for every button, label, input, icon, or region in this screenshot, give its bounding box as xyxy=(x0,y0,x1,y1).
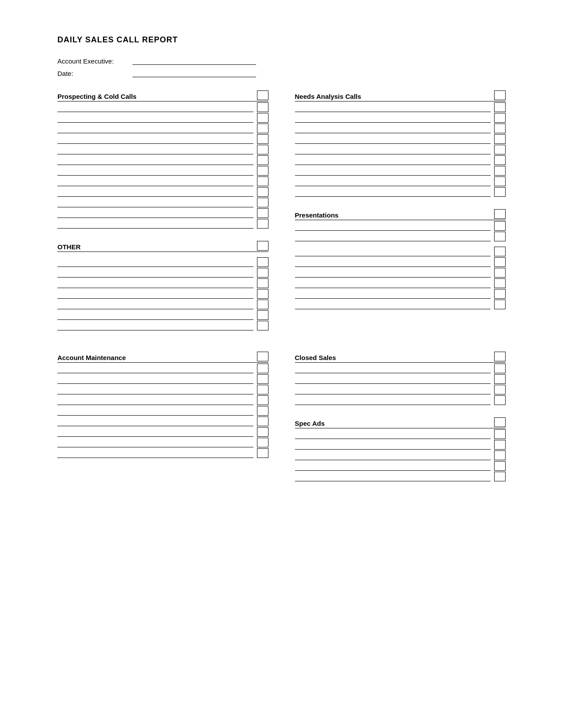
prospecting-box-7[interactable] xyxy=(257,166,268,176)
other-box-6[interactable] xyxy=(257,310,268,320)
prospecting-line-7[interactable] xyxy=(57,165,253,176)
am-box-7[interactable] xyxy=(257,427,268,437)
prospecting-box-12[interactable] xyxy=(257,219,268,229)
needs-line-8[interactable] xyxy=(295,176,491,186)
am-box-2[interactable] xyxy=(257,374,268,384)
prospecting-line-6[interactable] xyxy=(57,154,253,165)
pres-line-1[interactable] xyxy=(295,220,491,231)
needs-line-9[interactable] xyxy=(295,186,491,197)
prospecting-line-10[interactable] xyxy=(57,197,253,207)
other-box-3[interactable] xyxy=(257,278,268,288)
needs-box-4[interactable] xyxy=(494,134,506,144)
am-line-8[interactable] xyxy=(57,437,253,447)
cs-line-4[interactable] xyxy=(295,394,491,405)
prospecting-box-11[interactable] xyxy=(257,208,268,218)
sa-box-4[interactable] xyxy=(494,461,506,471)
am-line-1[interactable] xyxy=(57,363,253,373)
prospecting-line-4[interactable] xyxy=(57,133,253,144)
account-executive-line[interactable] xyxy=(132,57,256,65)
date-line[interactable] xyxy=(132,69,256,77)
other-title-box[interactable] xyxy=(257,241,268,251)
am-box-9[interactable] xyxy=(257,448,268,458)
am-line-6[interactable] xyxy=(57,416,253,426)
pres-box-6[interactable] xyxy=(494,278,506,288)
pres-line-8[interactable] xyxy=(295,299,491,309)
am-box-3[interactable] xyxy=(257,385,268,394)
needs-line-6[interactable] xyxy=(295,154,491,165)
prospecting-box-4[interactable] xyxy=(257,134,268,144)
needs-line-4[interactable] xyxy=(295,133,491,144)
am-box-1[interactable] xyxy=(257,364,268,373)
pres-line-6[interactable] xyxy=(295,278,491,288)
am-line-4[interactable] xyxy=(57,394,253,405)
other-line-2[interactable] xyxy=(57,267,253,278)
pres-box-2[interactable] xyxy=(494,232,506,241)
needs-box-1[interactable] xyxy=(494,102,506,112)
am-box-4[interactable] xyxy=(257,395,268,405)
sa-line-4[interactable] xyxy=(295,460,491,471)
am-box-5[interactable] xyxy=(257,406,268,416)
closed-sales-title-box[interactable] xyxy=(494,352,506,361)
am-box-8[interactable] xyxy=(257,438,268,447)
other-line-6[interactable] xyxy=(57,309,253,320)
needs-box-6[interactable] xyxy=(494,155,506,165)
needs-box-5[interactable] xyxy=(494,145,506,154)
am-line-5[interactable] xyxy=(57,405,253,416)
sa-line-3[interactable] xyxy=(295,450,491,460)
needs-box-8[interactable] xyxy=(494,176,506,186)
prospecting-line-8[interactable] xyxy=(57,176,253,186)
prospecting-box-6[interactable] xyxy=(257,155,268,165)
prospecting-line-3[interactable] xyxy=(57,123,253,133)
prospecting-box-10[interactable] xyxy=(257,198,268,207)
sa-box-5[interactable] xyxy=(494,472,506,481)
other-box-7[interactable] xyxy=(257,321,268,330)
presentations-title-box[interactable] xyxy=(494,209,506,219)
prospecting-box-3[interactable] xyxy=(257,124,268,133)
pres-box-3[interactable] xyxy=(494,247,506,256)
other-line-4[interactable] xyxy=(57,288,253,299)
other-box-2[interactable] xyxy=(257,268,268,278)
sa-line-5[interactable] xyxy=(295,471,491,481)
pres-line-5[interactable] xyxy=(295,267,491,278)
prospecting-line-11[interactable] xyxy=(57,207,253,218)
pres-line-2[interactable] xyxy=(295,231,491,241)
sa-line-2[interactable] xyxy=(295,439,491,450)
cs-line-3[interactable] xyxy=(295,384,491,394)
needs-line-5[interactable] xyxy=(295,144,491,154)
prospecting-title-box[interactable] xyxy=(257,90,268,100)
cs-box-2[interactable] xyxy=(494,374,506,384)
needs-box-2[interactable] xyxy=(494,113,506,123)
pres-box-7[interactable] xyxy=(494,289,506,299)
prospecting-line-1[interactable] xyxy=(57,101,253,112)
pres-box-4[interactable] xyxy=(494,257,506,267)
cs-line-1[interactable] xyxy=(295,363,491,373)
pres-box-8[interactable] xyxy=(494,300,506,309)
sa-box-2[interactable] xyxy=(494,440,506,450)
cs-line-2[interactable] xyxy=(295,373,491,384)
other-line-5[interactable] xyxy=(57,299,253,309)
needs-line-1[interactable] xyxy=(295,101,491,112)
needs-box-7[interactable] xyxy=(494,166,506,176)
prospecting-line-12[interactable] xyxy=(57,218,253,229)
pres-line-4[interactable] xyxy=(295,256,491,267)
other-box-5[interactable] xyxy=(257,300,268,309)
needs-analysis-title-box[interactable] xyxy=(494,90,506,100)
am-line-7[interactable] xyxy=(57,426,253,437)
pres-box-5[interactable] xyxy=(494,268,506,278)
prospecting-line-9[interactable] xyxy=(57,186,253,197)
other-line-3[interactable] xyxy=(57,278,253,288)
am-line-9[interactable] xyxy=(57,447,253,458)
prospecting-box-9[interactable] xyxy=(257,187,268,197)
cs-box-1[interactable] xyxy=(494,364,506,373)
cs-box-3[interactable] xyxy=(494,385,506,394)
prospecting-box-1[interactable] xyxy=(257,102,268,112)
pres-box-1[interactable] xyxy=(494,221,506,231)
prospecting-box-5[interactable] xyxy=(257,145,268,154)
other-box-4[interactable] xyxy=(257,289,268,299)
am-line-2[interactable] xyxy=(57,373,253,384)
prospecting-line-5[interactable] xyxy=(57,144,253,154)
sa-box-3[interactable] xyxy=(494,450,506,460)
prospecting-box-2[interactable] xyxy=(257,113,268,123)
spec-ads-title-box[interactable] xyxy=(494,417,506,427)
other-line-7[interactable] xyxy=(57,320,253,330)
